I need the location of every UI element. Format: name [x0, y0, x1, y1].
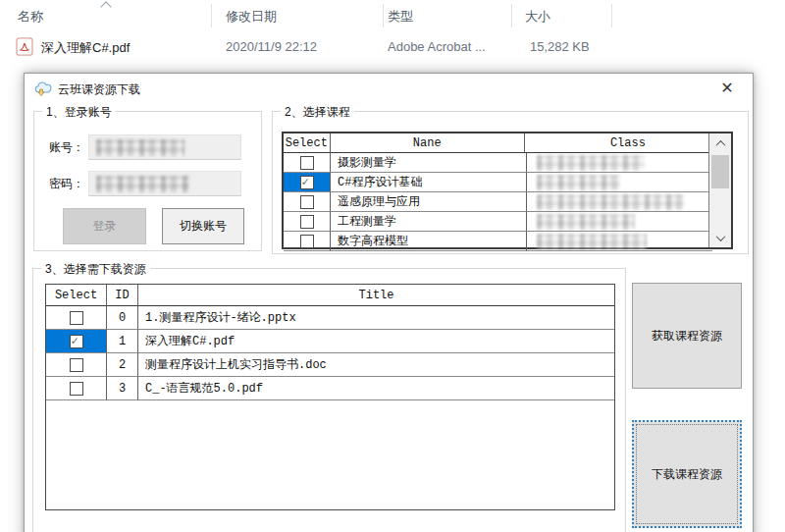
redacted-class-value	[537, 214, 635, 230]
resource-table-header: Select ID Title	[46, 285, 614, 306]
login-group-legend: 1、登录账号	[42, 104, 116, 121]
course-row: 工程测量学	[284, 212, 731, 232]
resource-id[interactable]: 3	[107, 377, 138, 400]
checkbox-icon	[300, 195, 314, 209]
close-icon[interactable]: ✕	[709, 76, 745, 101]
course-name[interactable]: C#程序设计基础	[331, 173, 527, 192]
checkbox-icon	[300, 176, 314, 189]
header-id[interactable]: ID	[107, 285, 138, 306]
checkbox-icon	[300, 156, 314, 170]
redacted-class-value	[537, 194, 684, 210]
file-name[interactable]: 深入理解C#.pdf	[41, 39, 130, 57]
file-date: 2020/11/9 22:12	[226, 39, 317, 54]
resource-title[interactable]: 测量程序设计上机实习指导书.doc	[138, 353, 614, 377]
fetch-course-resources-button[interactable]: 获取课程资源	[632, 283, 742, 389]
resource-checkbox[interactable]	[46, 353, 107, 377]
course-class[interactable]	[527, 173, 712, 192]
dialog-title-bar[interactable]: 云班课资源下载 ✕	[25, 74, 753, 103]
header-select[interactable]: Select	[46, 285, 107, 306]
resource-checkbox[interactable]	[46, 377, 107, 400]
chevron-down-icon	[715, 232, 725, 241]
course-name[interactable]: 工程测量学	[331, 212, 527, 232]
resource-group-legend: 3、选择需下载资源	[41, 261, 150, 278]
password-input[interactable]	[88, 171, 241, 196]
course-row: 数字高程模型	[284, 232, 731, 251]
course-checkbox[interactable]	[284, 232, 331, 251]
course-table: Select Nane Class 摄影测量学 C#程序设计基础 遥感原理与应用	[282, 132, 733, 249]
redacted-password-value	[96, 176, 189, 192]
scroll-down-button[interactable]	[709, 228, 731, 247]
course-class[interactable]	[527, 153, 712, 173]
redacted-account-value	[96, 139, 184, 156]
resource-checkbox[interactable]	[46, 306, 107, 330]
course-checkbox[interactable]	[284, 212, 331, 232]
switch-account-button[interactable]: 切换账号	[162, 208, 244, 244]
resource-id[interactable]: 0	[107, 306, 138, 330]
explorer-column-date[interactable]: 修改日期	[226, 8, 277, 26]
resource-row: 2 测量程序设计上机实习指导书.doc	[46, 353, 614, 377]
course-class[interactable]	[527, 212, 712, 232]
course-row: 遥感原理与应用	[284, 192, 731, 212]
dialog-title: 云班课资源下载	[58, 81, 140, 98]
redacted-class-value	[537, 175, 620, 190]
resource-id[interactable]: 1	[107, 330, 138, 353]
course-class[interactable]	[527, 192, 712, 212]
scrollbar-thumb[interactable]	[711, 155, 729, 188]
checkbox-icon	[70, 335, 83, 348]
scroll-up-button[interactable]	[709, 133, 731, 153]
download-dialog: 云班课资源下载 ✕ 1、登录账号 账号： 密码： 登录 切换账号 2、选择课程 …	[24, 73, 754, 532]
header-select[interactable]: Select	[284, 133, 331, 153]
course-checkbox[interactable]	[284, 153, 331, 173]
course-checkbox[interactable]	[284, 173, 331, 192]
course-row: 摄影测量学	[284, 153, 731, 173]
column-divider[interactable]	[383, 4, 384, 27]
vertical-scrollbar[interactable]	[708, 133, 731, 247]
account-label: 账号：	[49, 139, 84, 156]
login-group: 1、登录账号 账号： 密码： 登录 切换账号	[33, 111, 262, 251]
course-class[interactable]	[527, 232, 712, 251]
chevron-up-icon	[715, 139, 725, 149]
resource-select-group: 3、选择需下载资源 Select ID Title 0 1.测量程序设计-绪论.…	[32, 268, 626, 532]
course-table-header: Select Nane Class	[284, 133, 731, 153]
resource-checkbox[interactable]	[46, 330, 107, 353]
explorer-column-name[interactable]: 名称	[18, 8, 43, 26]
screen: 名称 修改日期 类型 大小 深入理解C#.pdf 2020/11/9 22:12…	[0, 0, 785, 532]
checkbox-icon	[300, 235, 314, 248]
column-divider[interactable]	[511, 4, 512, 27]
resource-row: 0 1.测量程序设计-绪论.pptx	[46, 306, 614, 330]
cloud-download-icon	[34, 80, 54, 97]
course-select-group: 2、选择课程 Select Nane Class 摄影测量学 C#程序设计基础	[272, 111, 749, 254]
checkbox-icon	[70, 358, 83, 372]
course-checkbox[interactable]	[284, 192, 331, 212]
resource-title[interactable]: C_-语言规范5.0.pdf	[138, 377, 614, 400]
file-type: Adobe Acrobat ...	[388, 39, 486, 54]
course-name[interactable]: 数字高程模型	[331, 232, 527, 251]
explorer-column-type[interactable]: 类型	[388, 8, 413, 26]
pdf-file-icon	[16, 37, 33, 56]
resource-row: 3 C_-语言规范5.0.pdf	[46, 377, 614, 400]
course-group-legend: 2、选择课程	[281, 104, 354, 121]
course-name[interactable]: 遥感原理与应用	[331, 192, 527, 212]
explorer-column-size[interactable]: 大小	[525, 8, 550, 26]
header-class[interactable]: Class	[525, 133, 731, 153]
column-divider[interactable]	[211, 4, 212, 27]
resource-table: Select ID Title 0 1.测量程序设计-绪论.pptx 1 深入理…	[45, 284, 615, 510]
resource-title[interactable]: 深入理解C#.pdf	[138, 330, 614, 353]
sort-ascending-icon	[100, 1, 111, 12]
resource-id[interactable]: 2	[107, 353, 138, 377]
login-button[interactable]: 登录	[63, 208, 146, 244]
column-divider[interactable]	[611, 4, 612, 27]
file-size: 15,282 KB	[530, 39, 590, 54]
header-name[interactable]: Nane	[331, 133, 525, 153]
redacted-class-value	[537, 155, 645, 171]
password-label: 密码：	[49, 176, 84, 192]
course-name[interactable]: 摄影测量学	[331, 153, 527, 173]
course-row: C#程序设计基础	[284, 173, 731, 192]
checkbox-icon	[70, 382, 83, 396]
account-input[interactable]	[88, 134, 241, 160]
download-course-resources-button[interactable]: 下载课程资源	[632, 420, 742, 528]
checkbox-icon	[300, 215, 314, 229]
header-title[interactable]: Title	[138, 285, 614, 306]
resource-row: 1 深入理解C#.pdf	[46, 330, 614, 353]
resource-title[interactable]: 1.测量程序设计-绪论.pptx	[138, 306, 614, 330]
